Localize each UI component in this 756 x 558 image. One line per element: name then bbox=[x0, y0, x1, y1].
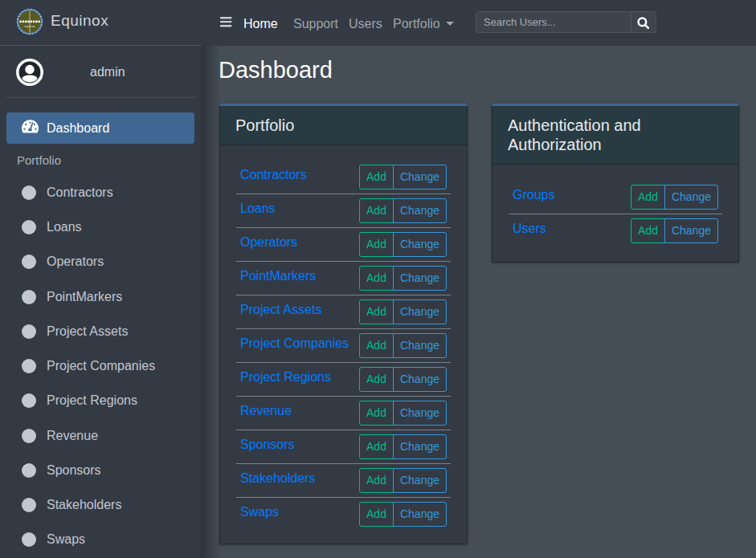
svg-text:equinox: equinox bbox=[24, 25, 35, 28]
